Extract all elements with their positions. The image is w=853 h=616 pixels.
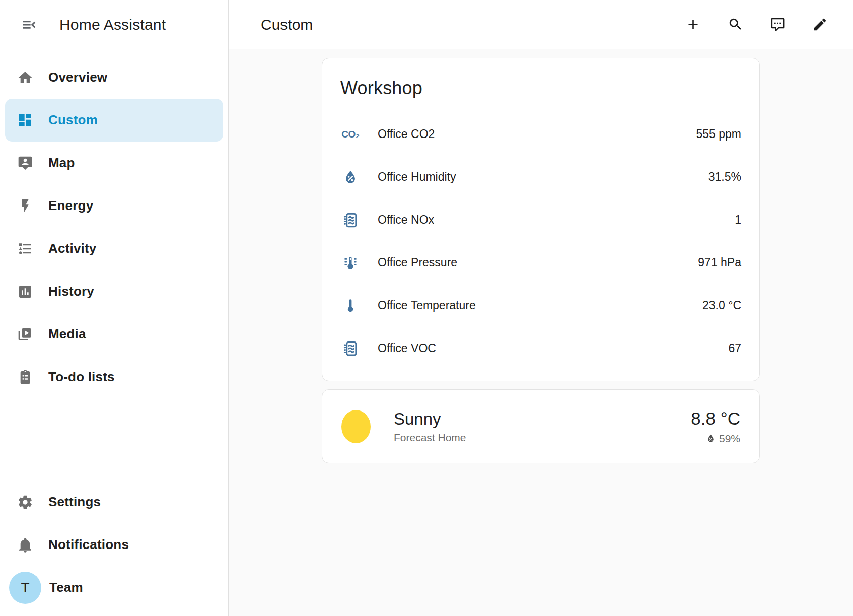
entity-row-office-pressure[interactable]: Office Pressure 971 hPa	[340, 241, 741, 284]
molecule-co2-icon: CO₂	[340, 124, 361, 145]
weather-humidity: 59%	[705, 433, 740, 445]
todo-icon	[17, 369, 33, 385]
weather-humidity-value: 59%	[719, 433, 740, 445]
assist-icon	[770, 17, 786, 32]
water-percent-icon	[340, 167, 361, 187]
weather-temperature: 8.8 °C	[691, 408, 740, 429]
energy-icon	[17, 198, 33, 214]
sidebar-item-label: Media	[48, 326, 86, 342]
water-percent-icon	[705, 433, 716, 444]
sidebar-item-label: Custom	[48, 112, 98, 128]
search-icon	[728, 17, 743, 32]
menu-toggle-button[interactable]	[18, 14, 40, 36]
page-title: Custom	[261, 16, 313, 33]
pencil-icon	[812, 17, 828, 32]
topbar-actions	[681, 13, 832, 37]
sunny-icon	[341, 410, 371, 443]
sidebar-item-label: Notifications	[48, 537, 129, 553]
sidebar-item-todo-lists[interactable]: To-do lists	[5, 356, 223, 398]
assist-button[interactable]	[765, 13, 790, 37]
entity-name: Office CO2	[378, 127, 679, 141]
entity-row-office-voc[interactable]: Office VOC 67	[340, 327, 741, 370]
entity-row-office-nox[interactable]: Office NOx 1	[340, 198, 741, 241]
sidebar-nav: Overview Custom Map Energy Activity	[0, 49, 228, 616]
entity-row-office-co2[interactable]: CO₂ Office CO2 555 ppm	[340, 113, 741, 156]
entity-value: 1	[735, 213, 741, 227]
sidebar-item-overview[interactable]: Overview	[5, 56, 223, 99]
avatar: T	[9, 572, 41, 604]
entity-value: 67	[728, 341, 741, 355]
entity-value: 555 ppm	[696, 127, 741, 141]
sidebar-item-label: Overview	[48, 70, 107, 85]
weather-name: Forecast Home	[394, 432, 466, 444]
sidebar-spacer	[0, 398, 228, 481]
sidebar-item-media[interactable]: Media	[5, 313, 223, 356]
sidebar-item-map[interactable]: Map	[5, 142, 223, 184]
history-icon	[17, 284, 33, 300]
sidebar-item-notifications[interactable]: Notifications	[5, 523, 223, 566]
settings-icon	[17, 494, 33, 510]
sidebar-item-label: Team	[49, 580, 83, 595]
activity-icon	[17, 241, 33, 257]
topbar: Custom	[229, 0, 853, 49]
sidebar-item-label: Map	[48, 155, 75, 171]
sidebar-item-label: Settings	[48, 494, 101, 510]
menu-open-icon	[21, 17, 37, 33]
weather-card[interactable]: Sunny Forecast Home 8.8 °C 59%	[322, 389, 760, 463]
entity-value: 971 hPa	[698, 256, 741, 269]
edit-button[interactable]	[808, 13, 832, 37]
sidebar-item-custom[interactable]: Custom	[5, 99, 223, 142]
sidebar-item-label: Activity	[48, 241, 97, 256]
pressure-icon	[340, 253, 361, 273]
search-button[interactable]	[723, 13, 747, 37]
thermometer-icon	[340, 296, 361, 316]
weather-state: Sunny	[394, 409, 466, 429]
entity-row-office-temperature[interactable]: Office Temperature 23.0 °C	[340, 284, 741, 327]
sidebar-item-energy[interactable]: Energy	[5, 184, 223, 227]
entity-value: 31.5%	[708, 170, 741, 184]
sidebar-item-user[interactable]: T Team	[5, 566, 223, 609]
entity-name: Office Temperature	[378, 299, 685, 312]
sidebar-header: Home Assistant	[0, 0, 228, 49]
map-icon	[17, 155, 33, 171]
dashboard-content: Workshop CO₂ Office CO2 555 ppm Office H…	[229, 49, 853, 616]
dashboard-icon	[17, 112, 33, 128]
main-area: Custom Workshop CO₂	[229, 0, 853, 616]
media-icon	[17, 326, 33, 343]
sidebar: Home Assistant Overview Custom Map Ener	[0, 0, 229, 616]
entity-name: Office VOC	[378, 341, 711, 355]
sidebar-item-label: Energy	[48, 198, 93, 214]
entity-name: Office Humidity	[378, 170, 691, 184]
air-filter-icon	[340, 210, 361, 230]
air-filter-icon	[340, 338, 361, 359]
sidebar-item-settings[interactable]: Settings	[5, 481, 223, 523]
notifications-icon	[17, 537, 33, 553]
workshop-card: Workshop CO₂ Office CO2 555 ppm Office H…	[322, 58, 760, 381]
home-icon	[17, 70, 33, 86]
add-button[interactable]	[681, 13, 705, 37]
entity-name: Office NOx	[378, 213, 718, 227]
plus-icon	[685, 17, 701, 32]
sidebar-item-activity[interactable]: Activity	[5, 227, 223, 270]
entity-row-office-humidity[interactable]: Office Humidity 31.5%	[340, 156, 741, 198]
sidebar-item-label: To-do lists	[48, 369, 115, 385]
app-title: Home Assistant	[59, 16, 166, 33]
entity-name: Office Pressure	[378, 256, 681, 269]
entity-value: 23.0 °C	[702, 299, 741, 312]
sidebar-item-label: History	[48, 284, 94, 299]
card-title: Workshop	[340, 78, 741, 99]
sidebar-item-history[interactable]: History	[5, 270, 223, 313]
